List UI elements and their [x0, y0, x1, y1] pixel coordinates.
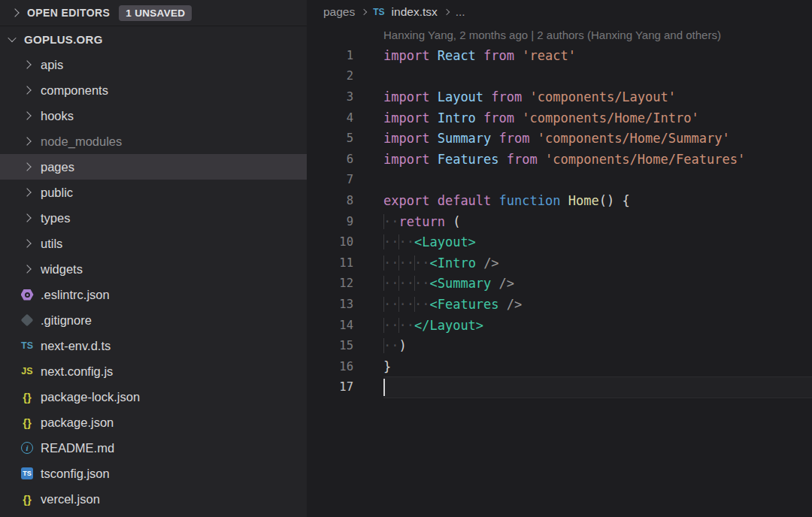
- line-number[interactable]: 11: [307, 256, 353, 270]
- code-line-2: 2: [307, 66, 812, 87]
- code-token: />: [499, 276, 514, 291]
- code-line-content[interactable]: [383, 66, 812, 87]
- tree-item-types[interactable]: types: [0, 205, 307, 231]
- line-number[interactable]: 15: [307, 339, 353, 352]
- project-root-header[interactable]: GOPLUS.ORG: [0, 26, 307, 52]
- line-number[interactable]: 3: [307, 90, 353, 104]
- code-line-content[interactable]: export default function Home() {: [383, 190, 812, 211]
- code-line-content[interactable]: ······<Features />: [383, 294, 812, 315]
- chevron-right-icon: [11, 8, 19, 17]
- code-token: <Intro: [429, 255, 475, 271]
- code-line-3: 3import Layout from 'components/Layout': [307, 86, 812, 107]
- tree-item-vercel-json[interactable]: {}vercel.json: [0, 486, 307, 512]
- code-token: [483, 89, 491, 104]
- line-number[interactable]: 6: [307, 153, 353, 166]
- indent-guide: ··: [398, 255, 414, 271]
- code-token: 'components/Layout': [530, 89, 676, 104]
- breadcrumb-symbol[interactable]: ...: [456, 5, 465, 19]
- tree-item-package-json[interactable]: {}package.json: [0, 410, 307, 435]
- code-line-content[interactable]: import React from 'react': [383, 45, 812, 66]
- tree-item-pages[interactable]: pages: [0, 154, 307, 180]
- code-line-content[interactable]: }: [383, 356, 812, 377]
- code-token: [514, 48, 522, 63]
- code-line-content[interactable]: ··return (: [383, 211, 812, 232]
- code-token: />: [507, 297, 522, 312]
- line-number[interactable]: 7: [307, 173, 353, 186]
- open-editors-header[interactable]: OPEN EDITORS 1 UNSAVED: [0, 0, 307, 26]
- code-token: [429, 152, 437, 167]
- indent-guide: ··: [383, 297, 398, 312]
- code-line-7: 7: [307, 170, 812, 191]
- line-number[interactable]: 2: [307, 69, 353, 83]
- code-token: [614, 193, 622, 208]
- code-token: />: [483, 255, 498, 271]
- code-line-6: 6import Features from 'components/Home/F…: [307, 149, 812, 170]
- code-line-content[interactable]: import Layout from 'components/Layout': [383, 86, 812, 107]
- code-line-12: 12······<Summary />: [307, 274, 812, 295]
- typescript-file-icon: TS: [21, 340, 33, 351]
- tree-item-package-lock-json[interactable]: {}package-lock.json: [0, 384, 307, 410]
- line-number[interactable]: 16: [307, 360, 353, 373]
- code-area[interactable]: 1import React from 'react'23import Layou…: [307, 45, 812, 398]
- code-token: [429, 131, 437, 146]
- code-line-14: 14····</Layout>: [307, 315, 812, 336]
- tree-item-apis[interactable]: apis: [0, 52, 307, 77]
- editor-pane: pages TS index.tsx ... Hanxing Yang, 2 m…: [307, 0, 812, 517]
- code-line-content[interactable]: ····</Layout>: [383, 315, 812, 336]
- line-number[interactable]: 5: [307, 132, 353, 145]
- code-line-content[interactable]: [383, 170, 812, 191]
- line-number[interactable]: 1: [307, 49, 353, 62]
- code-token: Features: [438, 152, 499, 167]
- breadcrumb-folder[interactable]: pages: [323, 5, 355, 19]
- code-line-content[interactable]: import Summary from 'components/Home/Sum…: [383, 128, 812, 149]
- tree-item-public[interactable]: public: [0, 180, 307, 205]
- json-file-icon: {}: [23, 392, 32, 403]
- tree-item-hooks[interactable]: hooks: [0, 103, 307, 128]
- tree-item-next-config-js[interactable]: JSnext.config.js: [0, 358, 307, 384]
- code-token: [514, 110, 522, 125]
- line-number[interactable]: 10: [307, 235, 353, 249]
- code-token: [491, 276, 498, 291]
- json-file-icon: {}: [23, 494, 32, 505]
- line-number[interactable]: 12: [307, 277, 353, 290]
- code-line-content[interactable]: ······<Summary />: [383, 274, 812, 295]
- json-braces-icon: {}: [20, 417, 35, 428]
- tree-item-gitignore[interactable]: .gitignore: [0, 307, 307, 333]
- code-token: <Summary: [429, 276, 491, 291]
- line-number[interactable]: 9: [307, 215, 353, 228]
- tree-item-utils[interactable]: utils: [0, 231, 307, 256]
- code-token: [560, 193, 568, 208]
- line-number[interactable]: 4: [307, 111, 353, 125]
- line-number[interactable]: 14: [307, 319, 353, 332]
- chevron-right-icon: [23, 239, 31, 247]
- line-number[interactable]: 8: [307, 194, 353, 207]
- code-line-content[interactable]: [383, 377, 812, 398]
- tree-item-tsconfig-json[interactable]: TStsconfig.json: [0, 461, 307, 486]
- tree-item-readme-md[interactable]: iREADME.md: [0, 435, 307, 461]
- tree-item-next-env-d-ts[interactable]: TSnext-env.d.ts: [0, 333, 307, 358]
- code-line-content[interactable]: import Features from 'components/Home/Fe…: [383, 149, 812, 170]
- unsaved-count-badge: 1 UNSAVED: [119, 5, 192, 21]
- chevron-right-icon: [23, 60, 31, 68]
- code-line-content[interactable]: import Intro from 'components/Home/Intro…: [383, 107, 812, 128]
- line-number[interactable]: 13: [307, 298, 353, 311]
- json-braces-icon: {}: [20, 494, 35, 505]
- code-line-content[interactable]: ····<Layout>: [383, 231, 812, 252]
- code-line-content[interactable]: ··): [383, 335, 812, 356]
- git-icon: [21, 314, 34, 327]
- tree-item-node-modules[interactable]: node_modules: [0, 128, 307, 154]
- breadcrumb-file[interactable]: index.tsx: [392, 5, 438, 19]
- eslint-icon: [21, 289, 34, 301]
- code-token: [429, 89, 437, 104]
- tree-item-label: components: [41, 83, 108, 98]
- chevron-right-icon: [23, 111, 31, 119]
- tree-item-widgets[interactable]: widgets: [0, 256, 307, 282]
- tree-item-label: hooks: [41, 109, 74, 123]
- tree-item-eslintrc-json[interactable]: .eslintrc.json: [0, 282, 307, 307]
- code-token: [476, 110, 483, 125]
- chevron-right-icon: [23, 86, 31, 94]
- code-token: 'components/Home/Features': [545, 152, 745, 167]
- code-line-content[interactable]: ······<Intro />: [383, 252, 812, 274]
- tree-item-components[interactable]: components: [0, 77, 307, 103]
- line-number[interactable]: 17: [307, 380, 353, 394]
